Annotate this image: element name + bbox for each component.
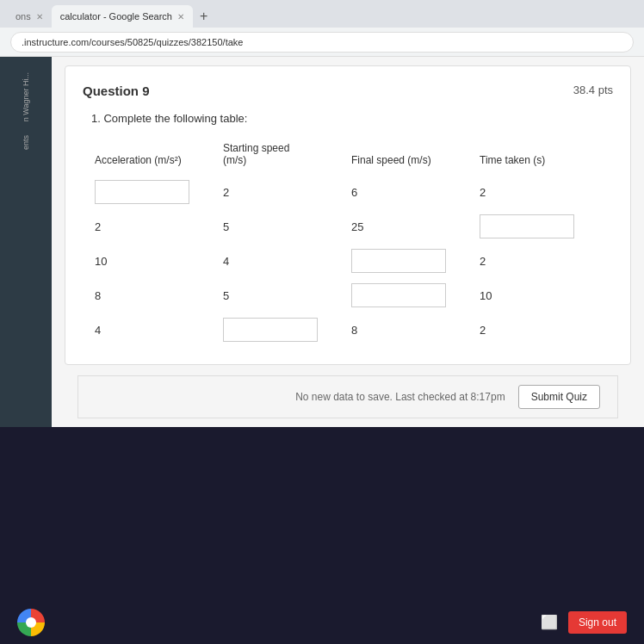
- final-speed-row2: 25: [351, 220, 368, 233]
- address-input[interactable]: [10, 32, 634, 53]
- starting-speed-row2: 5: [223, 220, 240, 233]
- starting-speed-row1: 2: [223, 186, 240, 199]
- submit-quiz-button[interactable]: Submit Quiz: [518, 385, 600, 409]
- sign-out-button[interactable]: Sign out: [568, 611, 627, 634]
- screen-icon: ⬜: [541, 614, 558, 631]
- starting-speed-row3: 4: [223, 255, 240, 268]
- taskbar: ⬜ Sign out: [0, 601, 644, 644]
- col-header-time-taken: Time taken (s): [476, 139, 604, 175]
- chrome-icon[interactable]: [17, 609, 45, 636]
- layout: n Wagner Hi... ents Question 9 38.4 pts …: [0, 57, 644, 427]
- question-points: 38.4 pts: [573, 84, 613, 96]
- time-row5: 2: [480, 324, 497, 337]
- time-row1: 2: [480, 186, 497, 199]
- sidebar: n Wagner Hi... ents: [0, 57, 52, 427]
- address-bar: [0, 28, 644, 57]
- table-row: 4 8 2: [91, 313, 604, 347]
- table-row: 10 4 2: [91, 244, 604, 278]
- col-header-starting-speed: Starting speed(m/s): [220, 139, 348, 175]
- time-row3: 2: [480, 255, 497, 268]
- save-status: No new data to save. Last checked at 8:1…: [295, 391, 505, 403]
- acc-row5: 4: [95, 324, 112, 337]
- tab-bar: ons ✕ calculator - Google Search ✕ +: [0, 0, 644, 28]
- final-speed-input-row3[interactable]: [351, 249, 446, 273]
- final-speed-row1: 6: [351, 186, 368, 199]
- new-tab-button[interactable]: +: [193, 9, 214, 24]
- sidebar-nav-label: ents: [18, 128, 34, 157]
- tab-close-1[interactable]: ✕: [36, 12, 43, 22]
- acc-row2: 2: [95, 220, 112, 233]
- main-content: Question 9 38.4 pts 1. Complete the foll…: [52, 57, 644, 427]
- question-header: Question 9 38.4 pts: [83, 84, 613, 98]
- tab-label-2: calculator - Google Search: [60, 11, 172, 22]
- tab-inactive-1[interactable]: ons ✕: [7, 5, 52, 28]
- final-speed-input-row4[interactable]: [351, 283, 446, 307]
- taskbar-right: ⬜ Sign out: [541, 611, 627, 634]
- acc-row4: 8: [95, 289, 112, 302]
- table-row: 2 6 2: [91, 175, 604, 209]
- time-input-row2[interactable]: [480, 214, 574, 238]
- sidebar-user-label: n Wagner Hi...: [18, 65, 34, 128]
- table-header-row: Acceleration (m/s²) Starting speed(m/s) …: [91, 139, 604, 175]
- question-instruction: 1. Complete the following table:: [91, 112, 604, 125]
- starting-speed-row4: 5: [223, 289, 240, 302]
- col-header-final-speed: Final speed (m/s): [348, 139, 476, 175]
- tab-close-2[interactable]: ✕: [177, 12, 184, 22]
- acc-input-row1[interactable]: [95, 180, 189, 204]
- table-row: 8 5 10: [91, 278, 604, 313]
- col-header-acceleration: Acceleration (m/s²): [91, 139, 220, 175]
- bottom-bar: No new data to save. Last checked at 8:1…: [77, 375, 618, 418]
- tab-label-1: ons: [15, 11, 31, 22]
- browser-chrome: ons ✕ calculator - Google Search ✕ +: [0, 0, 644, 57]
- question-body: 1. Complete the following table: Acceler…: [83, 112, 613, 347]
- starting-speed-input-row5[interactable]: [223, 318, 318, 342]
- time-row4: 10: [480, 289, 497, 302]
- table-row: 2 5 25: [91, 209, 604, 244]
- tab-active-2[interactable]: calculator - Google Search ✕: [52, 5, 193, 28]
- acc-row3: 10: [95, 255, 112, 268]
- data-table: Acceleration (m/s²) Starting speed(m/s) …: [91, 139, 604, 347]
- final-speed-row5: 8: [351, 324, 368, 337]
- question-title: Question 9: [83, 84, 150, 98]
- question-card: Question 9 38.4 pts 1. Complete the foll…: [65, 65, 631, 365]
